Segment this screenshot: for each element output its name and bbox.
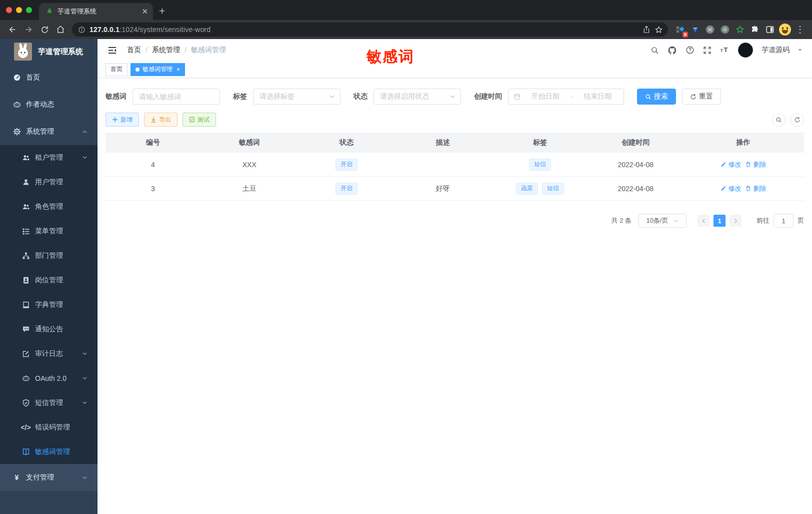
- sidebar-item-role[interactable]: 角色管理: [0, 194, 98, 219]
- date-end[interactable]: 结束日期: [576, 92, 618, 101]
- sidebar-item-tenant[interactable]: 租户管理: [0, 145, 98, 170]
- url-bar[interactable]: 127.0.0.1:1024/system/sensitive-word: [72, 23, 668, 37]
- sidebar-item-author-news[interactable]: 作者动态: [0, 91, 98, 118]
- extension-grid-icon[interactable]: 9: [673, 23, 687, 37]
- main-area: 敏感词 首页 / 系统管理 / 敏感词管理: [98, 39, 812, 514]
- sidebar-item-audit-log[interactable]: 审计日志: [0, 341, 98, 366]
- system-submenu: 租户管理 用户管理 角色管理 菜单管理: [0, 145, 98, 464]
- delete-link[interactable]: 删除: [745, 184, 766, 193]
- date-start[interactable]: 开始日期: [524, 92, 566, 101]
- sensitive-word-table: 编号 敏感词 状态 描述 标签 创建时间 操作 4 XXX 开启: [106, 133, 804, 201]
- cell-status: 开启: [298, 183, 395, 195]
- sidebar-item-menu[interactable]: 菜单管理: [0, 219, 98, 243]
- sidebar-item-home[interactable]: 首页: [0, 64, 98, 91]
- red-annotation-text: 敏感词: [366, 47, 414, 67]
- export-button[interactable]: 导出: [144, 113, 178, 127]
- chevron-up-icon: [82, 129, 88, 135]
- table-tools: [772, 113, 804, 127]
- gear-icon: [12, 128, 21, 136]
- col-header-description: 描述: [394, 138, 491, 147]
- code-icon: </>: [22, 423, 30, 431]
- status-select[interactable]: 请选择启用状态: [374, 89, 461, 105]
- edit-link[interactable]: 修改: [720, 184, 741, 193]
- sidebar-item-oauth[interactable]: OAuth 2.0: [0, 366, 98, 390]
- view-tag-home[interactable]: 首页: [106, 63, 128, 76]
- browser-toolbar: 127.0.0.1:1024/system/sensitive-word 9 ⌘…: [0, 20, 812, 39]
- breadcrumb-system[interactable]: 系统管理: [152, 46, 180, 55]
- extensions-puzzle-icon[interactable]: [748, 23, 762, 37]
- fullscreen-icon[interactable]: [703, 46, 712, 55]
- user-avatar[interactable]: [738, 43, 753, 58]
- refresh-button[interactable]: [790, 113, 804, 127]
- sidebar-item-sensitive-word[interactable]: 敏感词管理: [0, 439, 98, 464]
- goto-page-input[interactable]: [774, 214, 794, 228]
- browser-tab-strip: 芋道管理系统 ✕ +: [0, 0, 812, 20]
- user-menu-caret-icon[interactable]: [798, 49, 802, 53]
- tag-select[interactable]: 请选择标签: [253, 89, 340, 105]
- date-range-picker[interactable]: 开始日期 - 结束日期: [508, 89, 624, 105]
- prev-page-button[interactable]: [698, 215, 710, 227]
- sidebar-item-dict[interactable]: 字典管理: [0, 292, 98, 317]
- show-search-button[interactable]: [772, 113, 786, 127]
- sidebar-item-system-management[interactable]: 系统管理: [0, 118, 98, 145]
- dictionary-book-icon: [22, 300, 30, 309]
- reset-button[interactable]: 重置: [682, 89, 721, 105]
- window-minimize-button[interactable]: [16, 7, 22, 13]
- reload-icon[interactable]: [37, 22, 52, 37]
- view-tag-sensitive-word[interactable]: 敏感词管理 ×: [130, 63, 185, 76]
- test-button[interactable]: 测试: [182, 113, 216, 127]
- sidebar-item-payment[interactable]: ¥ 支付管理: [0, 464, 98, 491]
- page-number-button[interactable]: 1: [714, 215, 726, 227]
- github-icon[interactable]: [668, 46, 677, 55]
- username[interactable]: 芋道源码: [762, 46, 790, 55]
- site-info-icon[interactable]: [78, 26, 86, 34]
- search-icon[interactable]: [650, 46, 659, 55]
- share-icon[interactable]: [642, 26, 650, 34]
- pagination: 共 2 条 10条/页 1 前往 页: [106, 214, 804, 228]
- page-size-select[interactable]: 10条/页: [638, 214, 686, 228]
- col-header-ops: 操作: [682, 138, 804, 147]
- profile-avatar[interactable]: [778, 23, 792, 37]
- browser-tab[interactable]: 芋道管理系统 ✕: [39, 3, 153, 20]
- search-button[interactable]: 搜索: [637, 89, 676, 105]
- extension-record-icon[interactable]: [718, 23, 732, 37]
- sidebar-item-user[interactable]: 用户管理: [0, 170, 98, 194]
- window-close-button[interactable]: [6, 7, 12, 13]
- extension-command-icon[interactable]: ⌘: [703, 23, 717, 37]
- delete-link[interactable]: 删除: [745, 160, 766, 169]
- breadcrumb-home[interactable]: 首页: [127, 46, 141, 55]
- font-size-icon[interactable]: TT: [720, 46, 730, 55]
- sidebar-fold-icon[interactable]: [108, 46, 117, 55]
- keyword-input[interactable]: [132, 89, 220, 105]
- tab-close-icon[interactable]: ✕: [142, 7, 148, 16]
- side-panel-icon[interactable]: [763, 23, 777, 37]
- tag-badge: 蔬菜: [516, 183, 538, 195]
- back-icon[interactable]: [5, 22, 20, 37]
- home-icon[interactable]: [53, 22, 68, 37]
- sidebar-item-post[interactable]: 岗位管理: [0, 268, 98, 292]
- app-title: 芋道管理系统: [38, 47, 83, 57]
- cell-description: 好呀: [394, 184, 491, 193]
- bookmark-star-icon[interactable]: [654, 26, 663, 34]
- edit-link[interactable]: 修改: [720, 160, 741, 169]
- next-page-button[interactable]: [730, 215, 742, 227]
- page-header: 首页 / 系统管理 / 敏感词管理 TT 芋道源码: [98, 39, 812, 61]
- cell-created: 2022-04-08: [589, 185, 682, 193]
- users-icon: [22, 153, 30, 162]
- sidebar-item-department[interactable]: 部门管理: [0, 243, 98, 268]
- yen-icon: ¥: [12, 473, 21, 482]
- cell-id: 3: [106, 185, 200, 193]
- sidebar-item-error-code[interactable]: </> 错误码管理: [0, 415, 98, 439]
- browser-menu-icon[interactable]: ⋮: [793, 23, 807, 37]
- window-zoom-button[interactable]: [26, 7, 32, 13]
- sidebar-item-notice[interactable]: 通知公告: [0, 317, 98, 341]
- extension-star-icon[interactable]: [733, 23, 747, 37]
- add-button[interactable]: 新增: [106, 113, 139, 127]
- forward-icon[interactable]: [21, 22, 36, 37]
- tag-close-icon[interactable]: ×: [176, 66, 180, 73]
- help-icon[interactable]: [686, 46, 694, 55]
- sidebar-item-sms[interactable]: 短信管理: [0, 390, 98, 415]
- extension-gem-icon[interactable]: [688, 23, 702, 37]
- new-tab-button[interactable]: +: [153, 5, 172, 20]
- logo-rabbit-image: [14, 43, 32, 61]
